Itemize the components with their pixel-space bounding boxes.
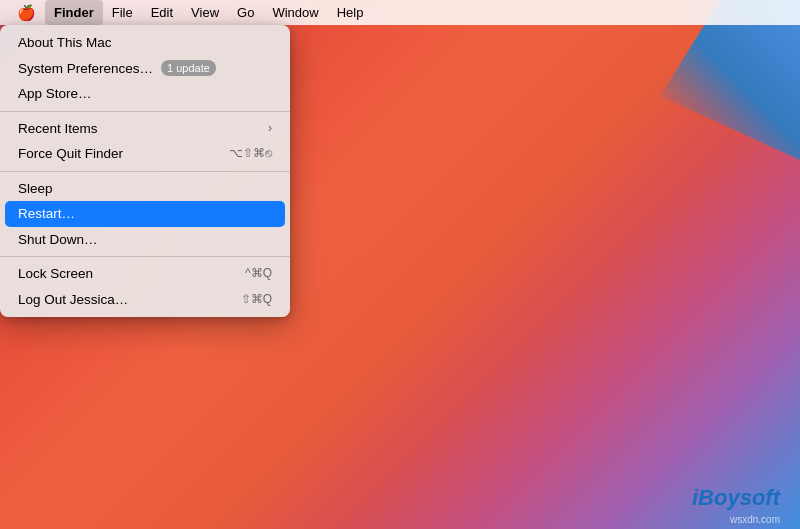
system-prefs-badge: 1 update: [161, 60, 216, 76]
lock-screen-label: Lock Screen: [18, 265, 93, 283]
iboysoft-watermark: iBoysoft: [692, 485, 780, 511]
shutdown-item[interactable]: Shut Down…: [0, 227, 290, 253]
about-this-mac-label: About This Mac: [18, 34, 112, 52]
system-prefs-left: System Preferences… 1 update: [18, 60, 216, 78]
window-menu-button[interactable]: Window: [263, 0, 327, 25]
lock-screen-item[interactable]: Lock Screen ^⌘Q: [0, 261, 290, 287]
divider-2: [0, 171, 290, 172]
finder-menu-button[interactable]: Finder: [45, 0, 103, 25]
logout-label: Log Out Jessica…: [18, 291, 128, 309]
about-this-mac-item[interactable]: About This Mac: [0, 30, 290, 56]
recent-items-item[interactable]: Recent Items ›: [0, 116, 290, 142]
app-store-item[interactable]: App Store…: [0, 81, 290, 107]
app-store-label: App Store…: [18, 85, 92, 103]
watermark-brand: Boysoft: [698, 485, 780, 510]
system-preferences-label: System Preferences…: [18, 60, 153, 78]
apple-dropdown-menu: About This Mac System Preferences… 1 upd…: [0, 25, 290, 317]
sleep-item[interactable]: Sleep: [0, 176, 290, 202]
help-menu-button[interactable]: Help: [328, 0, 373, 25]
force-quit-label: Force Quit Finder: [18, 145, 123, 163]
apple-menu-button[interactable]: 🍎: [8, 0, 45, 25]
desktop: 🍎 Finder File Edit View Go Window Help A…: [0, 0, 800, 529]
system-preferences-item[interactable]: System Preferences… 1 update: [0, 56, 290, 82]
go-menu-button[interactable]: Go: [228, 0, 263, 25]
restart-item[interactable]: Restart…: [5, 201, 285, 227]
wsxdn-label: wsxdn.com: [730, 514, 780, 525]
logout-item[interactable]: Log Out Jessica… ⇧⌘Q: [0, 287, 290, 313]
recent-items-label: Recent Items: [18, 120, 98, 138]
view-menu-button[interactable]: View: [182, 0, 228, 25]
file-menu-button[interactable]: File: [103, 0, 142, 25]
logout-shortcut: ⇧⌘Q: [241, 292, 272, 308]
edit-menu-button[interactable]: Edit: [142, 0, 182, 25]
sleep-label: Sleep: [18, 180, 53, 198]
recent-items-chevron-icon: ›: [268, 121, 272, 137]
lock-screen-shortcut: ^⌘Q: [245, 266, 272, 282]
divider-1: [0, 111, 290, 112]
force-quit-shortcut: ⌥⇧⌘⎋: [229, 146, 272, 162]
divider-3: [0, 256, 290, 257]
menubar: 🍎 Finder File Edit View Go Window Help: [0, 0, 800, 25]
force-quit-item[interactable]: Force Quit Finder ⌥⇧⌘⎋: [0, 141, 290, 167]
restart-label: Restart…: [18, 205, 75, 223]
shutdown-label: Shut Down…: [18, 231, 98, 249]
